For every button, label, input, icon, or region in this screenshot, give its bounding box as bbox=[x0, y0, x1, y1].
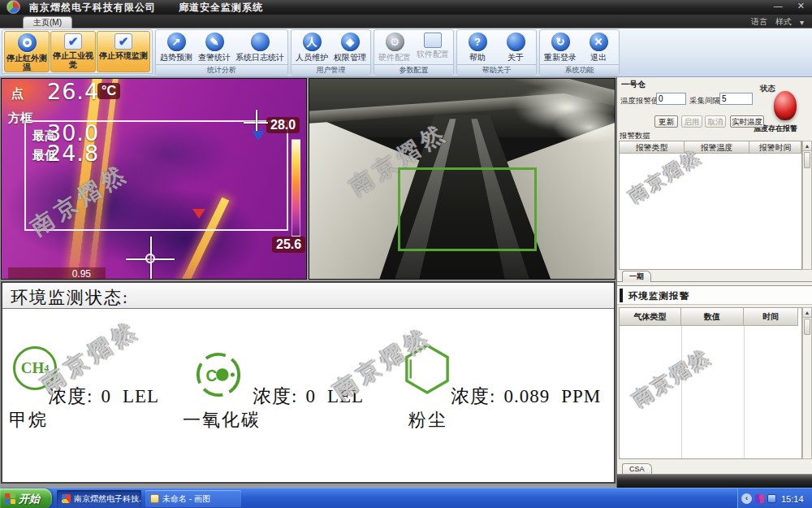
exit-button[interactable]: ✕ 退出 bbox=[580, 31, 617, 63]
relogin-icon: ↻ bbox=[551, 33, 570, 51]
thermal-color-scale bbox=[292, 139, 300, 237]
box-label: 方框 bbox=[8, 111, 32, 126]
alarm-stats-button[interactable]: ✎ 查警统计 bbox=[196, 31, 233, 63]
ribbon-group-user-mgmt: 人 人员维护 ◈ 权限管理 用户管理 bbox=[291, 29, 371, 76]
title-bar: 南京熠然电子科技有限公司 廊道安全监测系统 — ✕ bbox=[0, 0, 812, 15]
menu-language[interactable]: 语言 bbox=[751, 16, 767, 28]
industrial-camera-view: 南京熠然 bbox=[309, 78, 615, 280]
dust-hexagon-icon bbox=[404, 343, 451, 395]
help-button[interactable]: ? 帮助 bbox=[459, 31, 496, 63]
interval-input[interactable] bbox=[719, 93, 753, 105]
scroll-up-icon[interactable]: ▲ bbox=[803, 308, 811, 318]
stop-env-monitor-button[interactable]: ✔ 停止环境监测 bbox=[97, 31, 150, 72]
scrollbar-thumb[interactable] bbox=[804, 152, 810, 168]
stop-infrared-button[interactable]: 停止红外测温 bbox=[4, 31, 50, 72]
center-crosshair bbox=[126, 237, 175, 280]
gas-reading: 浓度:0.089PPM bbox=[451, 384, 601, 409]
tab-home[interactable]: 主页(M) bbox=[23, 16, 72, 28]
group-label: 参数配置 bbox=[374, 64, 453, 75]
column-header[interactable]: 报警时间 bbox=[749, 141, 801, 154]
about-globe-icon bbox=[507, 33, 525, 51]
blue-marker-icon bbox=[252, 131, 265, 141]
watermark: 南京熠然 bbox=[624, 144, 706, 209]
realtime-temp-button[interactable]: 实时温度 bbox=[730, 115, 764, 128]
scale-min-value: 25.6 bbox=[272, 237, 305, 253]
permission-button[interactable]: ◈ 权限管理 bbox=[331, 31, 369, 63]
app-logo-icon bbox=[6, 0, 20, 14]
personnel-button[interactable]: 人 人员维护 bbox=[293, 31, 330, 63]
control-sidebar: 一号仓 温度报警值(°C): 采集间隔(分): 状态 温度存在报警 更新 启用 … bbox=[616, 77, 812, 488]
gas-name: 一氧化碳 bbox=[183, 408, 261, 432]
group-label: 监测控制 bbox=[2, 73, 152, 76]
group-label: 用户管理 bbox=[292, 64, 370, 75]
infrared-camera-icon bbox=[18, 33, 37, 52]
column-header[interactable]: 气体类型 bbox=[620, 308, 681, 326]
warehouse-group-title: 一号仓 bbox=[621, 79, 646, 90]
minimize-icon[interactable]: — bbox=[771, 1, 785, 11]
about-button[interactable]: 关于 bbox=[497, 31, 534, 63]
exit-icon: ✕ bbox=[590, 33, 608, 51]
alarm-stats-icon: ✎ bbox=[205, 33, 224, 51]
tab-csa[interactable]: CSA bbox=[622, 463, 652, 475]
temp-unit-badge: °C bbox=[97, 83, 120, 99]
gas-reading: 浓度:0LEL bbox=[253, 384, 364, 409]
watermark: 南京熠然 bbox=[628, 343, 715, 413]
scroll-up-icon[interactable]: ▲ bbox=[803, 141, 811, 151]
column-header[interactable]: 报警类型 bbox=[620, 141, 685, 154]
scrollbar-thumb[interactable] bbox=[804, 319, 810, 335]
start-button[interactable]: 开始 bbox=[0, 488, 52, 508]
checkbox-icon: ✔ bbox=[114, 33, 132, 50]
close-icon[interactable]: ✕ bbox=[795, 1, 807, 11]
ribbon-group-help: ? 帮助 关于 帮助关于 bbox=[456, 29, 537, 76]
syslog-globe-icon bbox=[251, 33, 270, 51]
paint-task-icon bbox=[150, 494, 159, 503]
tab-phase-one[interactable]: 一期 bbox=[622, 271, 651, 282]
group-label: 统计分析 bbox=[156, 64, 287, 75]
emissivity-value: 0.95 bbox=[8, 267, 106, 280]
group-label: 帮助关于 bbox=[457, 64, 536, 75]
company-title: 南京熠然电子科技有限公司 bbox=[29, 1, 156, 15]
cancel-button[interactable]: 取消 bbox=[705, 115, 726, 128]
hardware-config-button[interactable]: ⚙ 硬件配置 bbox=[376, 31, 413, 63]
stop-industrial-vision-button[interactable]: ✔ 停止工业视觉 bbox=[50, 31, 96, 72]
taskbar-task-app[interactable]: 南京熠然电子科技... bbox=[57, 490, 141, 507]
chevron-down-icon[interactable]: ▾ bbox=[800, 18, 804, 27]
ribbon-group-system: ↻ 重新登录 ✕ 退出 系统功能 bbox=[539, 29, 620, 76]
relogin-button[interactable]: ↻ 重新登录 bbox=[542, 31, 579, 63]
column-header[interactable]: 报警温度 bbox=[685, 141, 749, 154]
enable-button[interactable]: 启用 bbox=[681, 115, 702, 128]
red-marker-icon bbox=[192, 209, 205, 219]
taskbar-task-paint[interactable]: 未命名 - 画图 bbox=[145, 490, 241, 507]
temp-alarm-input[interactable] bbox=[656, 93, 686, 105]
trend-forecast-button[interactable]: ↗ 趋势预测 bbox=[158, 31, 195, 63]
tray-network-icon[interactable] bbox=[767, 494, 776, 503]
env-status-panel: 环境监测状态: CH4 甲烷 浓度:0LEL C 一氧化碳 浓度:0LEL bbox=[1, 281, 615, 484]
gas-reading: 浓度:0LEL bbox=[48, 384, 159, 409]
scrollbar[interactable]: ▲ bbox=[802, 141, 812, 270]
ribbon-group-statistics: ↗ 趋势预测 ✎ 查警统计 系统日志统计 统计分析 bbox=[155, 29, 288, 76]
menu-bar: 主页(M) 语言 样式 ▾ bbox=[0, 15, 812, 28]
column-header[interactable]: 时间 bbox=[744, 308, 798, 326]
update-button[interactable]: 更新 bbox=[654, 115, 678, 128]
tray-app-icon[interactable] bbox=[755, 494, 764, 503]
syslog-stats-button[interactable]: 系统日志统计 bbox=[234, 31, 286, 63]
svg-text:C: C bbox=[206, 367, 218, 384]
app-window: 南京熠然电子科技有限公司 廊道安全监测系统 — ✕ 主页(M) 语言 样式 ▾ … bbox=[0, 0, 812, 508]
thermal-camera-view: 点 26.4 °C 方框 最高 30.0 最低 24.8 28.0 25.6 0… bbox=[1, 78, 307, 280]
workspace: 点 26.4 °C 方框 最高 30.0 最低 24.8 28.0 25.6 0… bbox=[0, 77, 812, 488]
menu-style[interactable]: 样式 bbox=[775, 16, 792, 28]
help-icon: ? bbox=[469, 33, 487, 51]
column-header[interactable]: 数值 bbox=[681, 308, 744, 326]
ribbon-group-parameters: ⚙ 硬件配置 软件配置 参数配置 bbox=[374, 29, 454, 76]
app-task-icon bbox=[62, 494, 71, 503]
software-config-button[interactable]: 软件配置 bbox=[414, 31, 451, 63]
scrollbar[interactable]: ▲ bbox=[802, 307, 812, 459]
app-title: 廊道安全监测系统 bbox=[179, 1, 263, 15]
temp-alarm-table: 报警类型 报警温度 报警时间 南京熠然 bbox=[619, 141, 802, 270]
bottom-dark-bar bbox=[617, 474, 812, 488]
windows-flag-icon bbox=[5, 493, 15, 504]
person-icon: 人 bbox=[303, 33, 322, 51]
taskbar-clock[interactable]: 15:14 bbox=[781, 494, 804, 504]
ribbon-toolbar: 停止红外测温 ✔ 停止工业视觉 ✔ 停止环境监测 监测控制 ↗ 趋势预测 bbox=[0, 28, 812, 77]
tray-chevron-icon[interactable]: ‹ bbox=[741, 493, 752, 504]
